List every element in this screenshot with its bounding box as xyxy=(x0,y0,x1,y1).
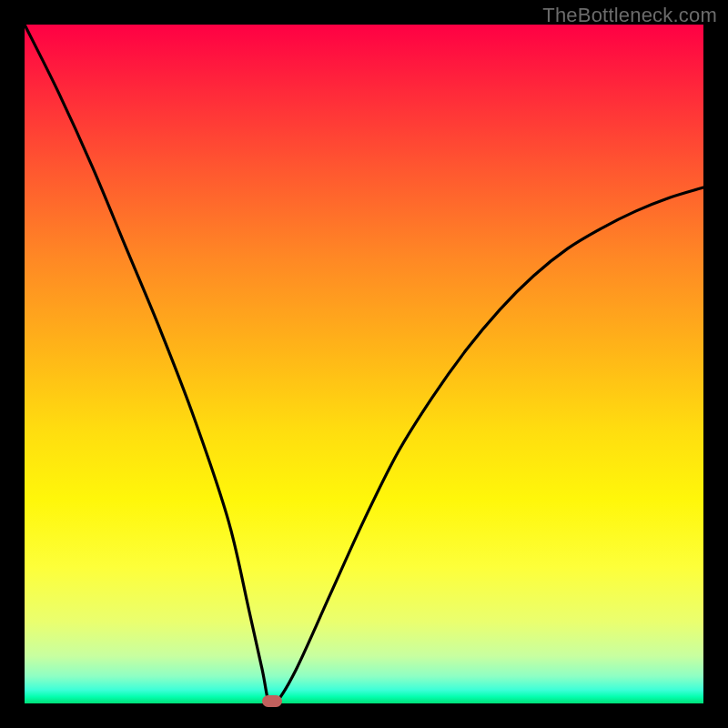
chart-frame: TheBottleneck.com xyxy=(0,0,728,728)
bottleneck-curve xyxy=(25,25,703,703)
optimum-marker xyxy=(262,695,282,707)
watermark-text: TheBottleneck.com xyxy=(542,4,717,27)
